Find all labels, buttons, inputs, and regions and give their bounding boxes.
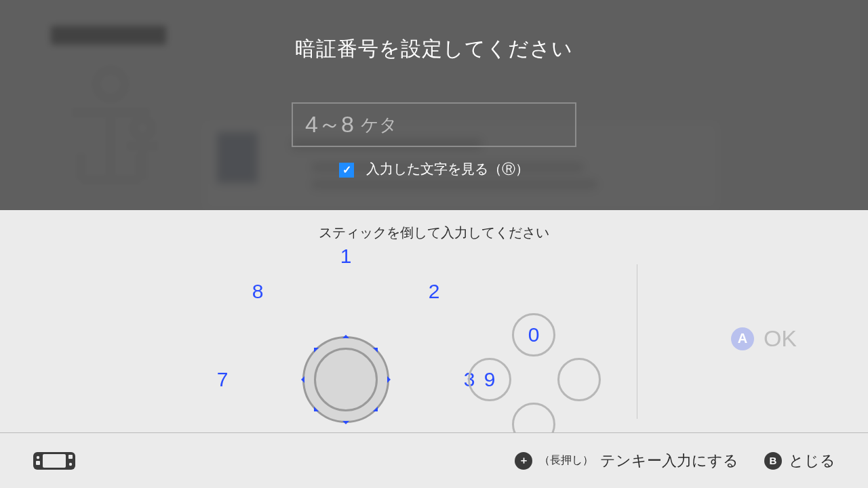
footer-numpad-button[interactable]: ＋ （長押し） テンキー入力にする bbox=[515, 451, 738, 471]
numpad-label: テンキー入力にする bbox=[600, 451, 738, 471]
show-characters-checkbox[interactable]: ✓ bbox=[339, 163, 354, 178]
show-characters-row[interactable]: ✓ 入力した文字を見る（Ⓡ） bbox=[0, 160, 868, 178]
svg-rect-6 bbox=[36, 461, 40, 465]
show-characters-label: 入力した文字を見る（Ⓡ） bbox=[366, 161, 529, 176]
dial-1[interactable]: 1 bbox=[336, 245, 356, 268]
svg-point-4 bbox=[37, 455, 39, 458]
pin-set-panel: 暗証番号を設定してください 4～8 ケタ ✓ 入力した文字を見る（Ⓡ） bbox=[0, 0, 868, 210]
face-button-right[interactable] bbox=[557, 358, 601, 401]
pin-placeholder-suffix: ケタ bbox=[361, 113, 397, 137]
footer-bar: ＋ （長押し） テンキー入力にする B とじる bbox=[0, 432, 868, 488]
dial-7[interactable]: 7 bbox=[212, 368, 233, 391]
dial-2[interactable]: 2 bbox=[424, 280, 444, 303]
b-button-icon: B bbox=[764, 452, 782, 470]
close-label: とじる bbox=[789, 451, 835, 471]
divider bbox=[637, 264, 637, 419]
stick-instruction: スティックを倒して入力してください bbox=[0, 224, 868, 242]
stick-inner bbox=[314, 348, 378, 411]
svg-rect-3 bbox=[43, 454, 66, 468]
svg-rect-7 bbox=[68, 455, 73, 459]
face-button-left[interactable]: 9 bbox=[468, 358, 511, 401]
pin-placeholder-main: 4～8 bbox=[305, 109, 354, 140]
input-area: スティックを倒して入力してください 1 2 3 4 5 6 7 8 0 9 A … bbox=[0, 210, 868, 432]
dial-8[interactable]: 8 bbox=[248, 280, 268, 303]
pin-input[interactable]: 4～8 ケタ bbox=[292, 102, 576, 147]
console-icon bbox=[33, 451, 76, 470]
hold-note: （長押し） bbox=[539, 453, 593, 468]
footer-close-button[interactable]: B とじる bbox=[764, 451, 835, 471]
svg-point-5 bbox=[69, 462, 72, 465]
confirm-label: OK bbox=[764, 325, 797, 352]
confirm-legend: A OK bbox=[731, 325, 797, 352]
plus-button-icon: ＋ bbox=[515, 452, 532, 470]
face-button-top[interactable]: 0 bbox=[512, 313, 555, 357]
page-title: 暗証番号を設定してください bbox=[0, 35, 868, 63]
a-button-icon: A bbox=[731, 327, 754, 350]
